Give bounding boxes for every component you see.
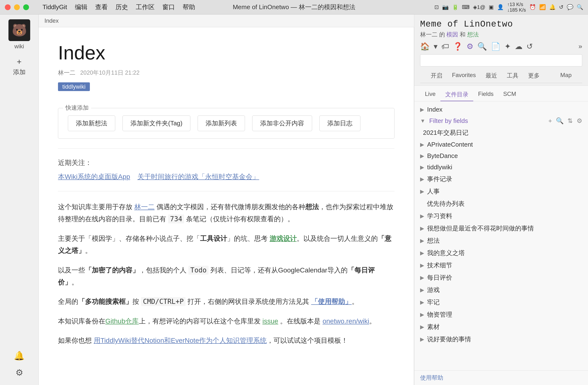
tree-item-6[interactable]: 优先待办列表 [414, 198, 588, 210]
sort-icon[interactable]: ⇅ [567, 117, 573, 125]
menu-edit[interactable]: 编辑 [75, 3, 87, 11]
recent-link-1[interactable]: 本Wiki系统的桌面版App [58, 172, 130, 182]
tree-item-16[interactable]: ▶ 素材 [414, 321, 588, 333]
tree-item-9[interactable]: ▶ 想法 [414, 235, 588, 247]
right-panel-search[interactable] [420, 54, 582, 66]
recent-link-2[interactable]: 关于时间旅行的游戏「永恒时空基金会」 [137, 172, 259, 182]
chevron-icon: ▶ [420, 324, 424, 330]
expand-icon[interactable]: » [578, 42, 582, 50]
refresh-icon[interactable]: ↺ [526, 42, 533, 51]
sparkle-icon[interactable]: ✦ [504, 42, 511, 51]
link-issue[interactable]: issue [262, 317, 278, 325]
tree-item-0[interactable]: 2021年交易日记 [414, 126, 588, 139]
tree-item-10[interactable]: ▶ 我的意义之塔 [414, 247, 588, 259]
maximize-button[interactable] [23, 4, 29, 10]
doc-icon[interactable]: 📄 [491, 42, 501, 51]
link-github[interactable]: Github仓库 [105, 317, 139, 325]
tree-item-3[interactable]: ▶ tiddlywiki [414, 162, 588, 173]
display-icon: ▣ [489, 4, 494, 10]
tree-item-15[interactable]: ▶ 物资管理 [414, 308, 588, 321]
menu-history[interactable]: 历史 [115, 3, 128, 11]
subtab-filedirectory[interactable]: 文件目录 [441, 88, 473, 101]
article-date: 2020年10月11日 21:22 [80, 69, 140, 77]
add-button[interactable]: + 添加 [13, 57, 26, 76]
tree-item-11[interactable]: ▶ 技术细节 [414, 259, 588, 271]
tree-item-5[interactable]: ▶ 人事 [414, 185, 588, 198]
right-panel-footer[interactable]: 使用帮助 [414, 370, 588, 385]
tree-item-label: APrivateContent [427, 141, 473, 148]
body-p4: 全局的「多功能搜索框」按 CMD/CTRL+P 打开，右侧的网状目录系统使用方法… [58, 296, 395, 308]
tag-icon[interactable]: 🏷 [441, 42, 449, 51]
titlebar: TiddlyGit 编辑 查看 历史 工作区 窗口 帮助 Meme of Lin… [0, 0, 588, 15]
breadcrumb: Index [39, 15, 414, 27]
tab-recent[interactable]: 最近 [481, 69, 502, 83]
tab-more[interactable]: 更多 [523, 69, 545, 83]
tree-item-index-root[interactable]: ▶ Index [414, 104, 588, 115]
notification-icon[interactable]: 🔔 [14, 351, 25, 361]
settings-rp-icon[interactable]: ⚙ [466, 42, 474, 51]
tab-kaiq[interactable]: 开启 [426, 69, 447, 83]
tab-favorites[interactable]: Favorites [447, 69, 481, 83]
tree-item-label: 游戏 [427, 286, 440, 294]
add-diary-button[interactable]: 添加日志 [319, 116, 360, 131]
menu-app[interactable]: TiddlyGit [42, 3, 67, 11]
tree-item-label: 每日评价 [427, 273, 452, 282]
minimize-button[interactable] [14, 4, 20, 10]
tree-item-14[interactable]: ▶ 牢记 [414, 296, 588, 308]
menu-help[interactable]: 帮助 [183, 3, 195, 11]
tree-item-2[interactable]: ▶ ByteDance [414, 150, 588, 162]
subtab-fields[interactable]: Fields [473, 88, 498, 101]
menu-workspace[interactable]: 工作区 [136, 3, 155, 11]
tree-item-label: 优先待办列表 [427, 200, 464, 208]
recent-header: 近期关注： [58, 158, 395, 167]
home-icon[interactable]: 🏠 [420, 42, 430, 51]
tree-item-7[interactable]: ▶ 学习资料 [414, 210, 588, 222]
filter-by-fields-label[interactable]: Filter by fields [429, 117, 468, 125]
tree-item-label: 事件记录 [427, 175, 452, 183]
config-icon[interactable]: ⚙ [577, 117, 582, 125]
menu-view[interactable]: 查看 [95, 3, 108, 11]
add-idea-button[interactable]: 添加新想法 [68, 116, 115, 131]
add-list-button[interactable]: 添加新列表 [198, 116, 245, 131]
add-private-button[interactable]: 添加非公开内容 [252, 116, 312, 131]
network-speed: ↑13 K/s↓185 K/s [507, 2, 526, 13]
article-tag[interactable]: tiddlywiki [58, 82, 90, 91]
tree-item-4[interactable]: ▶ 事件记录 [414, 173, 588, 185]
add-folder-button[interactable]: 添加新文件夹(Tag) [123, 116, 190, 131]
link-tiddlywiki-template[interactable]: 用TiddlyWiki替代Notion和EverNote作为个人知识管理系统 [94, 337, 267, 344]
tree-item-label: 技术细节 [427, 261, 452, 269]
search-filter-icon[interactable]: 🔍 [556, 117, 564, 125]
add-filter-icon[interactable]: + [548, 117, 552, 125]
dropdown-icon[interactable]: ▾ [434, 42, 438, 51]
wifi-icon: 📶 [539, 4, 546, 10]
link-author[interactable]: 林一二 [134, 203, 155, 211]
todo-inline: Todo [189, 266, 209, 275]
menu-window[interactable]: 窗口 [162, 3, 175, 11]
tab-tools[interactable]: 工具 [502, 69, 523, 83]
link-website[interactable]: onetwo.ren/wiki [322, 317, 369, 325]
zoom-icon[interactable]: 🔍 [477, 42, 487, 51]
chevron-down-icon: ▼ [420, 118, 425, 124]
shortcut-inline: CMD/CTRL+P [141, 297, 186, 306]
tree-item-8[interactable]: ▶ 很想做但是最近舍不得花时间做的事情 [414, 222, 588, 235]
subtitle-meme: 模因 [446, 31, 458, 38]
wiki-logo[interactable]: 🐻 [8, 19, 30, 41]
tree-item-1[interactable]: ▶ APrivateContent [414, 139, 588, 150]
help-icon[interactable]: ❓ [453, 42, 463, 51]
subtitle-ideas: 想法 [467, 31, 479, 38]
link-help[interactable]: 「使用帮助」 [311, 298, 352, 305]
subtab-scm[interactable]: SCM [498, 88, 521, 101]
logo-icon: 🐻 [12, 23, 27, 37]
tree-item-13[interactable]: ▶ 游戏 [414, 284, 588, 296]
chevron-icon: ▶ [420, 225, 424, 232]
settings-icon[interactable]: ⚙ [16, 368, 23, 378]
tab-map[interactable]: Map [555, 69, 576, 83]
link-game-design[interactable]: 游戏设计 [270, 235, 297, 242]
tree-item-12[interactable]: ▶ 每日评价 [414, 271, 588, 284]
close-button[interactable] [5, 4, 11, 10]
cloud-icon[interactable]: ☁ [515, 42, 523, 51]
subtab-live[interactable]: Live [420, 88, 441, 101]
help-link[interactable]: 使用帮助 [420, 374, 443, 381]
tree-item-17[interactable]: ▶ 说好要做的事情 [414, 333, 588, 345]
bell-icon: 🔔 [549, 4, 556, 10]
